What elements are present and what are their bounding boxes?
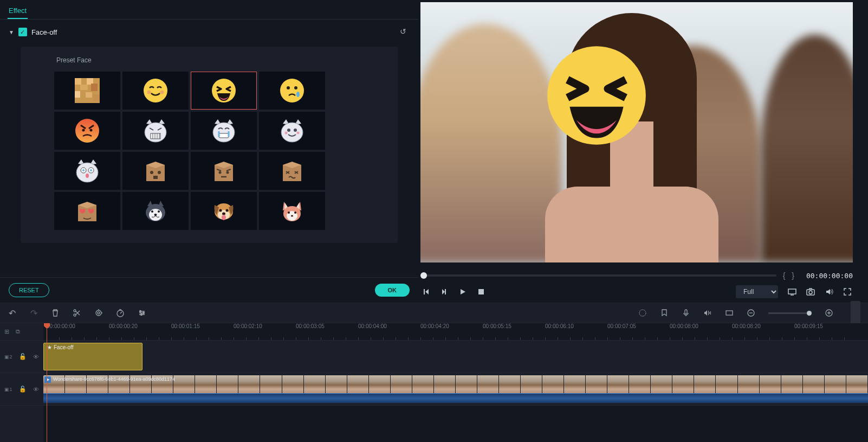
preset-angry[interactable]: [54, 112, 120, 150]
preset-box-surprise[interactable]: [122, 152, 189, 190]
display-icon[interactable]: [788, 287, 796, 296]
track-headers: ⊞ ⧉ ▣2 🔓 👁 ▣1 🔓 👁: [0, 323, 43, 442]
auto-ripple-icon[interactable]: ⊞: [4, 328, 9, 335]
preset-fox[interactable]: [259, 192, 325, 230]
ruler-label: 00:00:04:00: [358, 323, 387, 329]
prev-frame-icon[interactable]: [422, 287, 430, 296]
svg-rect-66: [685, 310, 687, 314]
faceoff-checkbox[interactable]: ✓: [18, 28, 27, 36]
preset-box-confused[interactable]: [191, 152, 257, 190]
quality-select[interactable]: Full: [736, 285, 778, 298]
link-icon[interactable]: ⧉: [16, 328, 20, 335]
marker-icon[interactable]: [660, 309, 669, 317]
track-2-lane[interactable]: ★ Face-off: [43, 341, 868, 373]
undo-icon[interactable]: ↶: [8, 309, 16, 317]
preset-laugh[interactable]: [191, 72, 257, 110]
mark-in-icon[interactable]: {: [783, 271, 786, 280]
scrub-track[interactable]: [420, 274, 776, 277]
track-1-lane[interactable]: ▶ Wondershare-9cc678f6-6eb1-4469-91ea-a0…: [43, 373, 868, 406]
delete-icon[interactable]: [51, 309, 60, 317]
ruler-label: 00:00:08:20: [732, 323, 761, 329]
crop-icon[interactable]: [94, 309, 103, 317]
aspect-icon[interactable]: [725, 309, 734, 317]
tab-effect[interactable]: Effect: [8, 3, 28, 19]
audio-mixer-icon[interactable]: [703, 309, 712, 317]
svg-point-56: [809, 291, 812, 294]
split-icon[interactable]: [73, 309, 81, 317]
color-icon[interactable]: [138, 309, 146, 317]
zoom-out-icon[interactable]: [747, 309, 755, 317]
timeline: ⊞ ⧉ ▣2 🔓 👁 ▣1 🔓 👁 00:00:00:0000:00:00:20…: [0, 323, 868, 442]
svg-point-58: [74, 314, 76, 316]
preset-box-love[interactable]: [54, 192, 120, 230]
audio-waveform[interactable]: [43, 393, 868, 403]
preset-cat-happy[interactable]: [259, 112, 325, 150]
preview-scrubber: { } 00:00:00:00: [420, 268, 853, 283]
preset-face-label: Preset Face: [56, 56, 364, 64]
scrub-thumb[interactable]: [420, 272, 427, 279]
render-icon[interactable]: [638, 309, 647, 317]
track-options-button[interactable]: [851, 301, 860, 325]
play-icon[interactable]: [458, 287, 467, 296]
video-clip[interactable]: ▶ Wondershare-9cc678f6-6eb1-4469-91ea-a0…: [43, 375, 868, 395]
collapse-icon[interactable]: ▼: [9, 29, 14, 35]
svg-rect-54: [788, 289, 796, 294]
snapshot-icon[interactable]: [806, 287, 815, 296]
mark-out-icon[interactable]: }: [792, 271, 794, 280]
section-title: Face-off: [31, 28, 57, 36]
preset-cat-cry[interactable]: [191, 112, 257, 150]
volume-icon[interactable]: [825, 287, 833, 296]
section-header: ▼ ✓ Face-off ↺: [0, 20, 418, 44]
ruler-label: 00:00:06:10: [545, 323, 574, 329]
lock-icon[interactable]: 🔓: [19, 353, 27, 360]
lock-icon[interactable]: 🔓: [19, 386, 27, 393]
svg-point-57: [74, 310, 76, 312]
preset-cat-angry[interactable]: [122, 112, 189, 150]
reset-button[interactable]: RESET: [9, 283, 49, 297]
preset-cry[interactable]: [259, 72, 325, 110]
svg-point-62: [140, 311, 141, 312]
svg-point-63: [143, 312, 145, 314]
preview-canvas[interactable]: [420, 2, 853, 262]
visibility-icon[interactable]: 👁: [33, 386, 39, 393]
stop-icon[interactable]: [477, 287, 485, 296]
clip-type-icon: ▶: [44, 376, 51, 383]
play-pause-icon[interactable]: [440, 287, 449, 296]
preview-background-person: [420, 24, 561, 262]
ok-button[interactable]: OK: [375, 284, 410, 297]
time-ruler[interactable]: 00:00:00:0000:00:00:2000:00:01:1500:00:0…: [43, 323, 868, 341]
voiceover-icon[interactable]: [682, 309, 690, 317]
panel-footer: RESET OK: [0, 277, 418, 303]
redo-icon[interactable]: ↷: [29, 309, 38, 317]
track-label: ▣1: [4, 387, 12, 392]
preset-smile[interactable]: [122, 72, 189, 110]
timeline-toolbar: ↶ ↷: [0, 303, 868, 323]
speed-icon[interactable]: [116, 309, 125, 317]
preset-husky[interactable]: [122, 192, 189, 230]
zoom-thumb[interactable]: [807, 311, 812, 316]
preset-face-panel: Preset Face: [21, 47, 398, 243]
preset-mosaic[interactable]: [54, 72, 120, 110]
track-label: ▣2: [4, 354, 12, 360]
ruler-label: 00:00:01:15: [171, 323, 200, 329]
ruler-label: 00:00:00:00: [47, 323, 75, 329]
fullscreen-icon[interactable]: [843, 287, 852, 296]
svg-rect-67: [726, 311, 733, 315]
ruler-label: 00:00:08:00: [670, 323, 698, 329]
preview-controls: Full: [420, 283, 853, 303]
visibility-icon[interactable]: 👁: [33, 354, 39, 360]
ruler-label: 00:00:00:20: [109, 323, 138, 329]
preset-cat-surprise[interactable]: [54, 152, 120, 190]
effect-tab-bar: Effect: [0, 0, 418, 20]
track-content[interactable]: 00:00:00:0000:00:00:2000:00:01:1500:00:0…: [43, 323, 868, 442]
zoom-in-icon[interactable]: [825, 309, 833, 317]
preset-box-sick[interactable]: [259, 152, 325, 190]
zoom-slider[interactable]: [768, 312, 812, 314]
ruler-label: 00:00:04:20: [420, 323, 449, 329]
svg-point-59: [96, 310, 101, 316]
reset-section-icon[interactable]: ↺: [400, 27, 410, 37]
faceoff-clip[interactable]: ★ Face-off: [43, 343, 142, 370]
ruler-label: 00:00:09:15: [794, 323, 823, 329]
preset-puppy[interactable]: [191, 192, 257, 230]
playhead[interactable]: [47, 323, 47, 442]
